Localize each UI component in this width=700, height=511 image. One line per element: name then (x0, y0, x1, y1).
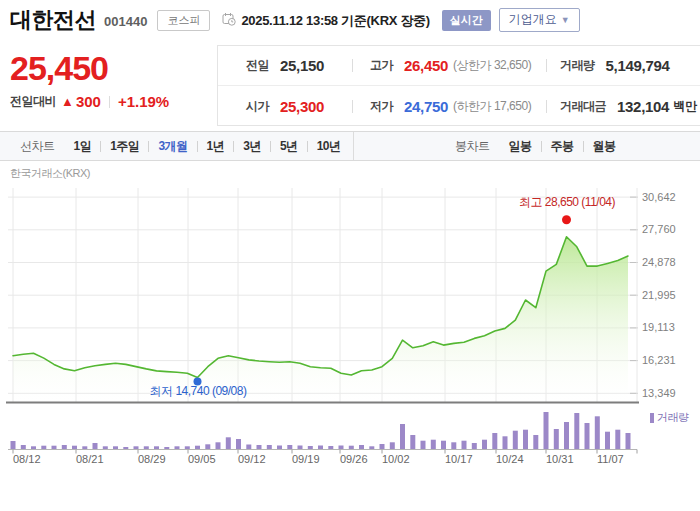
volume-swatch-icon (650, 413, 654, 423)
x-axis-label: 08/21 (76, 453, 104, 465)
x-axis-label: 09/05 (188, 453, 216, 465)
volume-legend-label: 거래량 (657, 410, 689, 425)
x-axis-label: 10/02 (382, 453, 410, 465)
volume-legend: 거래량 (650, 410, 689, 425)
y-axis-label: 16,231 (642, 354, 676, 366)
x-axis-label: 10/17 (445, 453, 473, 465)
x-axis-label: 09/26 (340, 453, 368, 465)
x-axis-label: 08/12 (13, 453, 41, 465)
y-axis-label: 24,878 (642, 256, 676, 268)
high-annotation: 최고 28,650 (11/04) (497, 194, 637, 211)
x-axis-label: 08/29 (138, 453, 166, 465)
y-axis-label: 13,349 (642, 387, 676, 399)
x-axis-label: 10/24 (496, 453, 524, 465)
y-axis-label: 21,995 (642, 289, 676, 301)
y-axis-label: 19,113 (642, 321, 675, 333)
x-axis-label: 09/19 (292, 453, 320, 465)
x-axis-label: 09/12 (238, 453, 266, 465)
x-axis-label: 11/07 (597, 453, 624, 465)
x-axis-label: 10/31 (546, 453, 574, 465)
y-axis-label: 27,760 (642, 223, 676, 235)
price-volume-chart (0, 0, 700, 511)
y-axis-label: 30,642 (642, 191, 676, 203)
low-annotation: 최저 14,740 (09/08) (128, 383, 268, 400)
stock-page: 대한전선 001440 코스피 2025.11.12 13:58 기준(KRX … (0, 0, 700, 511)
